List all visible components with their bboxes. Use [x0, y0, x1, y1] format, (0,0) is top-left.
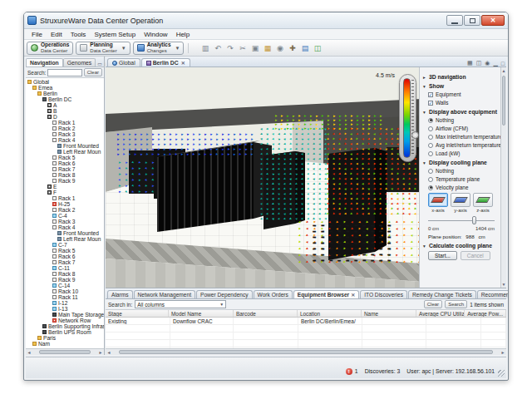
column-header[interactable]: Barcode: [234, 310, 298, 317]
tree-item[interactable]: C-4: [26, 213, 104, 219]
table-horizontal-scrollbar[interactable]: ◄►: [106, 348, 506, 355]
cooling-plane-radio[interactable]: Nothing: [428, 168, 498, 174]
clear-filter-button[interactable]: Clear: [424, 300, 442, 308]
column-header[interactable]: Location: [298, 310, 362, 317]
tree-search-input[interactable]: [47, 69, 81, 76]
section-show[interactable]: ▾ Show: [423, 83, 498, 89]
tree-item[interactable]: Rack 11: [26, 294, 104, 300]
section-cooling-plane[interactable]: ▾ Display cooling plane: [423, 160, 498, 165]
menu-item[interactable]: Help: [172, 31, 194, 38]
checkbox-icon[interactable]: ✓: [428, 92, 433, 97]
tree-item[interactable]: Network Row: [26, 318, 104, 323]
column-header[interactable]: Name: [362, 310, 416, 317]
tree-item[interactable]: Rack 4: [26, 137, 104, 143]
screenshot-icon[interactable]: ◉: [274, 42, 285, 53]
tree-item[interactable]: Main Tape Storage: [26, 312, 104, 318]
tree-item[interactable]: F: [26, 190, 104, 195]
radio-icon[interactable]: [428, 185, 433, 190]
close-tab-icon[interactable]: ✕: [181, 60, 185, 66]
tree-item[interactable]: Berlin Supporting Infrastru: [26, 323, 104, 329]
radio-icon[interactable]: [428, 135, 433, 140]
tree-item[interactable]: Rack 3: [26, 131, 104, 137]
bottom-tab[interactable]: Alarms: [107, 290, 133, 298]
tree-item[interactable]: I-13: [26, 306, 104, 312]
axis-button[interactable]: [473, 193, 493, 207]
clear-search-button[interactable]: Clear: [84, 68, 102, 76]
tree-item[interactable]: C-11: [26, 265, 104, 271]
scale-knob-icon[interactable]: [411, 131, 419, 139]
editor-tab[interactable]: Global: [107, 58, 140, 66]
tree-item[interactable]: Rack 9: [26, 277, 104, 283]
slider-thumb[interactable]: [472, 216, 476, 224]
display-above-radio[interactable]: Avg inlet/return temperature: [428, 142, 498, 148]
bottom-tab[interactable]: Work Orders: [254, 290, 293, 298]
tree-item[interactable]: A: [26, 102, 104, 108]
tree-item[interactable]: Front Mounted: [26, 230, 104, 236]
section-3d-navigation[interactable]: ▸ 3D navigation: [423, 74, 498, 80]
bottom-tab[interactable]: ITO Discoveries: [360, 290, 407, 298]
menu-item[interactable]: Tools: [66, 31, 91, 38]
tree-item[interactable]: H-25: [26, 201, 104, 207]
close-tab-icon[interactable]: ✕: [351, 292, 355, 298]
axis-button[interactable]: [451, 193, 470, 207]
tree-item[interactable]: Rack 6: [26, 160, 104, 166]
cut-icon[interactable]: ✂: [237, 42, 248, 53]
tree-item[interactable]: Rack 8: [26, 172, 104, 178]
tree-item[interactable]: D: [26, 114, 104, 120]
tree-item[interactable]: Rack 7: [26, 259, 104, 265]
menu-item[interactable]: File: [27, 31, 47, 38]
tree-item[interactable]: Nam: [26, 341, 104, 347]
panel-tab[interactable]: Genomes: [63, 58, 96, 66]
section-calculate[interactable]: ▾ Calculate cooling plane: [423, 243, 498, 249]
tree-item[interactable]: I-12: [26, 300, 104, 306]
tree-item[interactable]: Rack 6: [26, 254, 104, 259]
perspective-planning-button[interactable]: Planning Data Center ▼: [76, 42, 130, 55]
search-in-select[interactable]: All columns ▼: [135, 300, 226, 308]
checkbox-icon[interactable]: ✓: [428, 101, 433, 106]
radio-icon[interactable]: [428, 126, 433, 131]
panel-tab[interactable]: Navigation: [26, 58, 63, 66]
tree-item[interactable]: Emea: [26, 85, 104, 91]
export-icon[interactable]: ◫: [312, 42, 323, 53]
start-button[interactable]: Start...: [428, 251, 457, 260]
tree-item[interactable]: Berlin DC: [26, 96, 104, 102]
vertical-scrollbar[interactable]: ▲ ▼: [500, 67, 506, 288]
display-above-radio[interactable]: Nothing: [428, 117, 498, 123]
bottom-tab[interactable]: Network Management: [134, 290, 196, 298]
view-screenshot-icon[interactable]: ◉: [483, 60, 491, 66]
cooling-plane-radio[interactable]: Temperature plane: [428, 176, 498, 182]
tree-item[interactable]: Rack 10: [26, 288, 104, 294]
tree-item[interactable]: Berlin UPS Room: [26, 329, 104, 335]
velocity-color-scale[interactable]: [399, 74, 416, 162]
tree-item[interactable]: Rack 5: [26, 155, 104, 160]
bottom-tab[interactable]: Remedy Change Tickets: [408, 290, 476, 298]
menu-item[interactable]: Window: [140, 31, 171, 38]
show-checkbox[interactable]: ✓ Walls: [428, 100, 498, 106]
column-header[interactable]: Average Pow...: [465, 310, 506, 317]
tree-item[interactable]: Rack 3: [26, 219, 104, 224]
tree-item[interactable]: C-7: [26, 242, 104, 248]
tree-item[interactable]: Berlin: [26, 91, 104, 96]
menu-item[interactable]: System Setup: [90, 31, 140, 38]
display-above-radio[interactable]: Airflow (CFM): [428, 126, 498, 131]
tree-item[interactable]: Rack 4: [26, 224, 104, 230]
view-palette-icon[interactable]: ▦: [466, 60, 475, 66]
error-indicator[interactable]: ! 1: [346, 368, 358, 375]
maximize-button[interactable]: [464, 15, 480, 26]
redo-icon[interactable]: ↷: [224, 42, 235, 53]
radio-icon[interactable]: [428, 151, 433, 156]
perspective-analytics-button[interactable]: Analytics Changes ▼: [133, 42, 185, 55]
minimize-button[interactable]: [446, 15, 463, 26]
section-display-above[interactable]: ▾ Display above equipment: [423, 109, 498, 115]
bottom-tab[interactable]: Equipment Browser ✕: [293, 290, 359, 298]
search-button[interactable]: Search: [445, 300, 467, 308]
tree-item[interactable]: Left Rear Moun: [26, 236, 104, 242]
axis-button[interactable]: [428, 193, 448, 207]
tree-item[interactable]: Rack 2: [26, 126, 104, 131]
display-above-radio[interactable]: Max inlet/return temperature: [428, 134, 498, 140]
tree-item[interactable]: B: [26, 108, 104, 114]
perspective-operations-button[interactable]: Operations Data Center: [27, 42, 73, 55]
tree-item[interactable]: Rack 5: [26, 248, 104, 254]
bottom-tab[interactable]: Recommendation: [477, 290, 509, 298]
minimize-view-icon[interactable]: ▁: [491, 60, 499, 66]
